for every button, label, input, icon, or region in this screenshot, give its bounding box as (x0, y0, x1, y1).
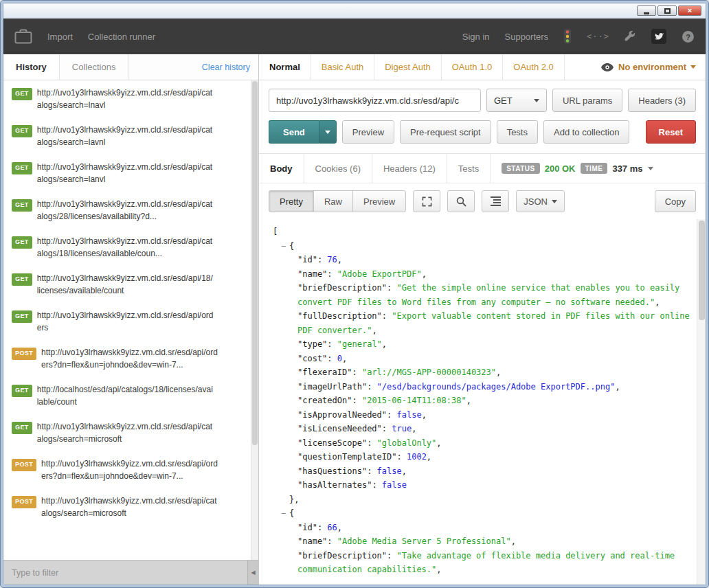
view-pretty-button[interactable]: Pretty (269, 190, 314, 212)
history-item[interactable]: GEThttp://uvo1y3lrhawskk9yizz.vm.cld.sr/… (3, 414, 250, 451)
code-line: "flexeraID": "arl://MGS-APP-00000140323"… (266, 365, 693, 380)
code-icon[interactable]: <··> (587, 32, 609, 41)
status-value: 200 OK (545, 163, 576, 174)
history-item[interactable]: POSThttp://uvo1y3lrhawskk9yizz.vm.cld.sr… (3, 488, 250, 525)
tab-oauth-1[interactable]: OAuth 1.0 (442, 54, 504, 80)
view-raw-button[interactable]: Raw (313, 190, 353, 212)
action-row: Send Preview Pre-request script Tests Ad… (259, 116, 706, 153)
tests-button[interactable]: Tests (497, 120, 538, 144)
filter-input[interactable] (3, 561, 247, 585)
history-panel: GEThttp://uvo1y3lrhawskk9yizz.vm.cld.sr/… (3, 80, 258, 560)
sign-in-button[interactable]: Sign in (462, 32, 490, 42)
expand-button[interactable] (413, 190, 440, 212)
supporters-button[interactable]: Supporters (505, 32, 549, 42)
history-url: http://uvo1y3lrhawskk9yizz.vm.cld.sr/esd… (37, 161, 214, 185)
code-line: "fullDescription": "Export valuable cont… (266, 309, 693, 337)
method-badge: GET (12, 125, 32, 137)
tab-normal[interactable]: Normal (259, 54, 311, 80)
minimize-button[interactable] (637, 5, 656, 16)
preview-button[interactable]: Preview (342, 120, 394, 144)
view-preview-button[interactable]: Preview (352, 190, 406, 212)
close-button[interactable]: × (678, 5, 701, 16)
format-label: JSON (524, 196, 548, 207)
history-item[interactable]: GEThttp://uvo1y3lrhawskk9yizz.vm.cld.sr/… (3, 117, 250, 155)
tab-response-body[interactable]: Body (259, 154, 304, 183)
history-item[interactable]: GEThttp://uvo1y3lrhawskk9yizz.vm.cld.sr/… (3, 303, 250, 340)
url-input[interactable] (269, 89, 481, 112)
response-scrollbar[interactable] (697, 219, 706, 585)
code-line: "licenseScope": "globalOnly", (266, 436, 693, 451)
traffic-light-icon[interactable] (563, 29, 572, 44)
code-line: −{ (266, 506, 693, 521)
tab-oauth-2[interactable]: OAuth 2.0 (503, 54, 565, 80)
history-url: http://uvo1y3lrhawskk9yizz.vm.cld.sr/esd… (41, 457, 218, 482)
history-url: http://uvo1y3lrhawskk9yizz.vm.cld.sr/esd… (37, 309, 214, 334)
reset-button[interactable]: Reset (646, 120, 696, 144)
method-select[interactable]: GET (486, 89, 547, 112)
history-url: http://uvo1y3lrhawskk9yizz.vm.cld.sr/esd… (37, 235, 214, 260)
environment-selector[interactable]: No environment (618, 62, 696, 72)
history-item[interactable]: GEThttp://uvo1y3lrhawskk9yizz.vm.cld.sr/… (3, 80, 250, 117)
collections-icon[interactable] (14, 29, 32, 44)
format-button[interactable] (482, 190, 509, 212)
history-item[interactable]: GEThttp://uvo1y3lrhawskk9yizz.vm.cld.sr/… (3, 229, 250, 266)
method-badge: POST (12, 459, 36, 471)
fold-toggle[interactable]: − (281, 506, 289, 521)
response-tabs: Body Cookies (6) Headers (12) Tests STAT… (259, 153, 706, 183)
method-badge: GET (12, 385, 32, 397)
sidebar-scrollbar-thumb[interactable] (252, 81, 258, 445)
tab-response-headers[interactable]: Headers (12) (372, 154, 447, 183)
tab-basic-auth[interactable]: Basic Auth (311, 54, 374, 80)
import-button[interactable]: Import (47, 32, 73, 42)
environment-label: No environment (618, 62, 686, 72)
fold-toggle[interactable]: − (281, 239, 289, 253)
auth-tabs: Normal Basic Auth Digest Auth OAuth 1.0 … (259, 54, 706, 80)
twitter-icon[interactable] (651, 29, 666, 44)
tab-digest-auth[interactable]: Digest Auth (374, 54, 442, 80)
view-mode-group: Pretty Raw Preview (269, 190, 406, 212)
collection-runner-button[interactable]: Collection runner (88, 32, 155, 42)
tab-response-tests[interactable]: Tests (447, 154, 491, 183)
copy-button[interactable]: Copy (655, 190, 696, 212)
history-item[interactable]: GEThttp://uvo1y3lrhawskk9yizz.vm.cld.sr/… (3, 266, 250, 303)
time-label: TIME (581, 163, 608, 174)
history-item[interactable]: GEThttp://uvo1y3lrhawskk9yizz.vm.cld.sr/… (3, 192, 250, 229)
tab-collections[interactable]: Collections (60, 54, 129, 80)
environment-area: No environment (601, 54, 706, 80)
add-to-collection-button[interactable]: Add to collection (543, 120, 629, 144)
expand-icon (422, 196, 432, 207)
wrench-icon[interactable] (624, 31, 636, 43)
history-item[interactable]: POSThttp://uvo1y3lrhawskk9yizz.vm.cld.sr… (3, 340, 250, 377)
tab-history[interactable]: History (3, 54, 60, 80)
status-area: STATUS 200 OK TIME 337 ms (502, 154, 653, 183)
response-scrollbar-thumb[interactable] (699, 220, 705, 320)
history-url: http://uvo1y3lrhawskk9yizz.vm.cld.sr/esd… (41, 346, 218, 371)
format-select[interactable]: JSON (516, 190, 565, 212)
send-options-button[interactable] (319, 120, 337, 144)
headers-button[interactable]: Headers (3) (628, 89, 696, 112)
code-line: −{ (266, 239, 693, 253)
url-params-button[interactable]: URL params (552, 89, 622, 112)
search-icon (456, 196, 466, 207)
clear-history-link[interactable]: Clear history (202, 63, 258, 72)
window-body: × Import Collection runner Sign in Suppo… (3, 3, 706, 585)
code-line: }, (266, 493, 693, 507)
search-button[interactable] (447, 190, 475, 212)
history-url: http://localhost/esd/api/catalogs/18/lic… (37, 383, 214, 408)
help-icon[interactable]: ? (682, 30, 695, 43)
maximize-button[interactable] (657, 5, 677, 16)
tab-cookies[interactable]: Cookies (6) (304, 154, 372, 183)
history-item[interactable]: POSThttp://uvo1y3lrhawskk9yizz.vm.cld.sr… (3, 451, 250, 488)
sidebar-scrollbar[interactable] (251, 80, 258, 560)
history-item[interactable]: GEThttp://uvo1y3lrhawskk9yizz.vm.cld.sr/… (3, 155, 250, 192)
history-item[interactable]: GEThttp://localhost/esd/api/catalogs/18/… (3, 377, 250, 414)
eye-icon[interactable] (601, 63, 614, 71)
filter-bar: ◀ (3, 560, 258, 585)
prerequest-script-button[interactable]: Pre-request script (400, 120, 491, 144)
send-button[interactable]: Send (269, 120, 319, 144)
collapse-sidebar-button[interactable]: ◀ (247, 561, 258, 585)
caret-down-icon[interactable] (648, 167, 653, 170)
window-titlebar[interactable]: × (3, 3, 706, 19)
maximize-icon (664, 8, 671, 14)
method-badge: GET (12, 199, 32, 212)
